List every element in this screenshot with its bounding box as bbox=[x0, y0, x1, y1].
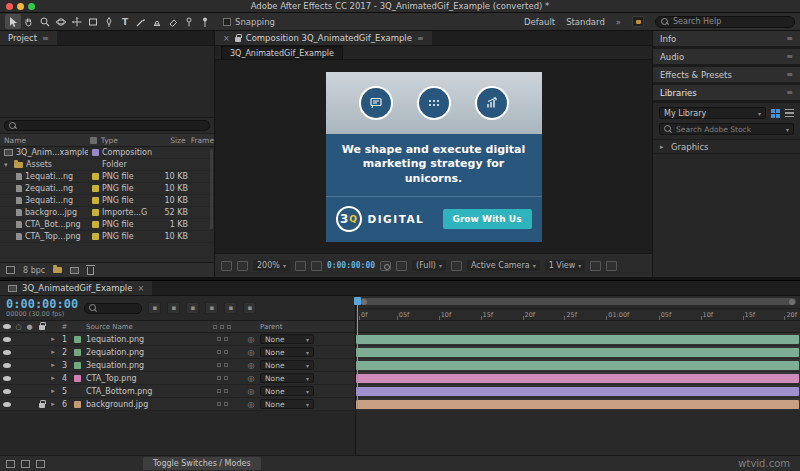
lock-toggle[interactable] bbox=[35, 359, 48, 371]
grid-view-icon[interactable] bbox=[771, 109, 780, 118]
hand-tool[interactable] bbox=[21, 14, 37, 29]
project-item-row[interactable]: CTA_Top...png PNG file 10 KB bbox=[0, 231, 214, 243]
always-preview-icon[interactable] bbox=[221, 261, 232, 271]
timeline-layer-row[interactable]: ▸ 3 3equation.png ◎ None▾ bbox=[0, 359, 800, 372]
expand-transfer-controls-icon[interactable] bbox=[21, 460, 30, 468]
motion-blur-button[interactable]: ▪ bbox=[224, 302, 237, 314]
close-tab-icon[interactable]: × bbox=[223, 34, 230, 43]
interpret-footage-icon[interactable] bbox=[6, 266, 15, 274]
visibility-toggle[interactable] bbox=[0, 359, 13, 371]
layer-duration-bar[interactable] bbox=[356, 348, 799, 357]
clone-stamp-tool[interactable] bbox=[149, 14, 165, 29]
visibility-toggle[interactable] bbox=[0, 372, 13, 384]
expand-arrow-icon[interactable]: ▸ bbox=[48, 398, 58, 410]
solo-column-icon[interactable]: ● bbox=[24, 321, 35, 332]
timeline-search-field[interactable] bbox=[84, 303, 142, 314]
project-bit-depth[interactable]: 8 bpc bbox=[23, 266, 45, 275]
grid-guides-icon[interactable] bbox=[295, 261, 306, 271]
layer-duration-bar[interactable] bbox=[356, 335, 799, 344]
expand-arrow-icon[interactable]: ▸ bbox=[48, 359, 58, 371]
current-time-indicator-line[interactable] bbox=[357, 297, 358, 409]
close-tab-icon[interactable]: × bbox=[137, 284, 144, 293]
expand-arrow-icon[interactable]: ▸ bbox=[48, 385, 58, 397]
snapshot-icon[interactable] bbox=[380, 261, 391, 271]
composition-viewer[interactable]: We shape and execute digital marketing s… bbox=[215, 60, 652, 253]
parent-dropdown[interactable]: None▾ bbox=[260, 373, 314, 383]
time-navigator-bar[interactable] bbox=[360, 298, 796, 305]
snapping-checkbox[interactable] bbox=[223, 18, 231, 26]
layer-switches[interactable] bbox=[200, 372, 244, 384]
column-size[interactable]: Size bbox=[156, 136, 188, 145]
audio-column-icon[interactable]: ○ bbox=[13, 321, 24, 332]
comp-mini-flowchart-button[interactable]: ▪ bbox=[148, 302, 161, 314]
workspace-overflow-chevron[interactable]: » bbox=[616, 17, 621, 27]
frame-blending-button[interactable]: ▪ bbox=[205, 302, 218, 314]
list-view-icon[interactable] bbox=[785, 109, 794, 118]
puppet-pin-tool[interactable] bbox=[197, 14, 213, 29]
libraries-panel-header[interactable]: Libraries≡ bbox=[653, 85, 800, 100]
pen-tool[interactable] bbox=[101, 14, 117, 29]
type-tool[interactable]: T bbox=[117, 14, 133, 29]
parent-pickwhip-icon[interactable]: ◎ bbox=[244, 333, 258, 345]
timeline-ruler-area[interactable]: 0f 05f 10f 15f 20f 25f 01:00f 05f 10f 15… bbox=[356, 296, 800, 320]
project-scrollbar[interactable] bbox=[210, 149, 213, 229]
view-layout-dropdown[interactable]: 1 View▾ bbox=[545, 260, 586, 271]
parent-pickwhip-icon[interactable]: ◎ bbox=[244, 346, 258, 358]
expand-arrow-icon[interactable]: ▾ bbox=[4, 161, 11, 169]
timeline-layer-row[interactable]: ▸ 6 background.jpg ◎ None▾ bbox=[0, 398, 800, 411]
expand-layer-switches-icon[interactable] bbox=[6, 460, 15, 468]
ad-banner[interactable]: We shape and execute digital marketing s… bbox=[326, 72, 542, 242]
parent-dropdown[interactable]: None▾ bbox=[260, 399, 314, 409]
brush-tool[interactable] bbox=[133, 14, 149, 29]
timeline-layer-row[interactable]: ▸ 1 1equation.png ◎ None▾ bbox=[0, 333, 800, 346]
zoom-tool[interactable] bbox=[37, 14, 53, 29]
label-color-chip[interactable] bbox=[92, 185, 99, 192]
label-color-chip[interactable] bbox=[74, 375, 81, 382]
layer-track[interactable] bbox=[356, 359, 800, 372]
layer-number-header[interactable]: # bbox=[58, 321, 71, 332]
project-item-row[interactable]: backgro...jpg Importe...G 52 KB bbox=[0, 207, 214, 219]
layer-duration-bar[interactable] bbox=[356, 400, 799, 409]
expand-in-out-stretch-icon[interactable] bbox=[36, 460, 45, 468]
minimize-button[interactable] bbox=[17, 3, 24, 10]
composition-view-tab[interactable]: 3Q_AnimatedGif_Example bbox=[221, 46, 343, 59]
preview-timecode[interactable]: 0:00:00:00 bbox=[327, 261, 375, 270]
lock-toggle[interactable] bbox=[35, 372, 48, 384]
layer-duration-bar[interactable] bbox=[356, 361, 799, 370]
parent-dropdown[interactable]: None▾ bbox=[260, 334, 314, 344]
column-frame[interactable]: Frame bbox=[188, 136, 214, 145]
expand-arrow-icon[interactable]: ▸ bbox=[48, 372, 58, 384]
panel-menu-icon[interactable]: ≡ bbox=[786, 88, 793, 97]
selection-tool[interactable] bbox=[5, 14, 21, 29]
visibility-toggle[interactable] bbox=[0, 346, 13, 358]
search-filter-chevron-icon[interactable]: ▾ bbox=[786, 126, 789, 133]
expand-arrow-icon[interactable]: ▸ bbox=[48, 346, 58, 358]
parent-dropdown[interactable]: None▾ bbox=[260, 386, 314, 396]
panel-menu-icon[interactable]: ≡ bbox=[42, 34, 49, 43]
audio-panel-header[interactable]: Audio≡ bbox=[653, 49, 800, 64]
trash-icon[interactable] bbox=[87, 267, 94, 275]
new-composition-icon[interactable] bbox=[70, 267, 79, 274]
project-column-headers[interactable]: Name Type Size Frame bbox=[0, 134, 214, 147]
library-dropdown[interactable]: My Library▾ bbox=[659, 107, 766, 119]
layer-switches[interactable] bbox=[200, 359, 244, 371]
layer-switches[interactable] bbox=[200, 385, 244, 397]
magnification-icon[interactable] bbox=[237, 261, 248, 271]
source-name-header[interactable]: Source Name bbox=[84, 321, 200, 332]
toggle-switches-modes-button[interactable]: Toggle Switches / Modes bbox=[143, 457, 261, 470]
panel-menu-icon[interactable]: ≡ bbox=[786, 52, 793, 61]
label-color-chip[interactable] bbox=[92, 233, 99, 240]
video-column-icon[interactable] bbox=[3, 324, 11, 329]
show-channel-icon[interactable] bbox=[396, 261, 407, 271]
label-column-icon[interactable] bbox=[90, 137, 97, 144]
layer-duration-bar[interactable] bbox=[356, 387, 799, 396]
project-item-row[interactable]: 3Q_Anim...xample Composition bbox=[0, 147, 214, 159]
project-item-row[interactable]: CTA_Bot...png PNG file 1 KB bbox=[0, 219, 214, 231]
roto-brush-tool[interactable] bbox=[181, 14, 197, 29]
zoom-dropdown[interactable]: 200%▾ bbox=[253, 260, 290, 271]
hide-shy-layers-button[interactable]: ▪ bbox=[186, 302, 199, 314]
layer-switches[interactable] bbox=[200, 333, 244, 345]
label-color-chip[interactable] bbox=[74, 362, 81, 369]
project-tab[interactable]: Project ≡ bbox=[0, 31, 57, 45]
timeline-layer-row[interactable]: ▸ 4 CTA_Top.png ◎ None▾ bbox=[0, 372, 800, 385]
